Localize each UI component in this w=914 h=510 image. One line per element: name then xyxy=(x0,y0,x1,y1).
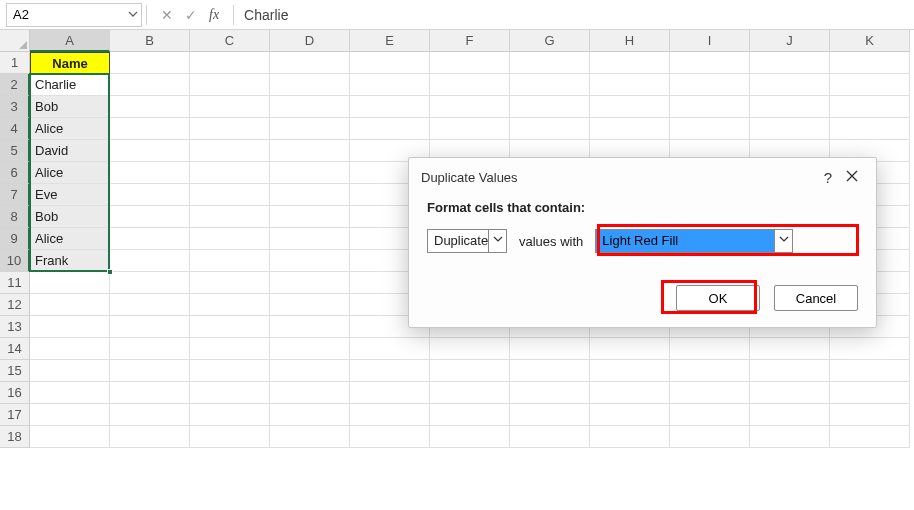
column-header[interactable]: D xyxy=(270,30,350,52)
cell[interactable] xyxy=(110,118,190,140)
cell[interactable] xyxy=(190,426,270,448)
cell[interactable] xyxy=(750,382,830,404)
cell[interactable] xyxy=(30,404,110,426)
cell[interactable] xyxy=(270,228,350,250)
cell[interactable] xyxy=(510,404,590,426)
formula-input[interactable] xyxy=(234,4,914,26)
row-header[interactable]: 4 xyxy=(0,118,30,140)
cell[interactable] xyxy=(110,360,190,382)
cell[interactable] xyxy=(750,118,830,140)
cell[interactable] xyxy=(190,404,270,426)
cell[interactable] xyxy=(670,52,750,74)
cell[interactable] xyxy=(670,382,750,404)
cell[interactable] xyxy=(510,360,590,382)
cell[interactable] xyxy=(670,96,750,118)
cell[interactable] xyxy=(350,338,430,360)
row-header[interactable]: 16 xyxy=(0,382,30,404)
cell[interactable] xyxy=(750,52,830,74)
column-header[interactable]: F xyxy=(430,30,510,52)
cell[interactable] xyxy=(270,404,350,426)
cell[interactable] xyxy=(190,162,270,184)
cell[interactable] xyxy=(590,74,670,96)
cell[interactable] xyxy=(510,338,590,360)
cell[interactable] xyxy=(190,360,270,382)
cell[interactable] xyxy=(750,360,830,382)
cell[interactable] xyxy=(190,118,270,140)
cell[interactable] xyxy=(190,338,270,360)
cell[interactable] xyxy=(190,272,270,294)
cell[interactable] xyxy=(270,316,350,338)
header-cell[interactable]: Name xyxy=(30,52,110,74)
cell[interactable] xyxy=(430,382,510,404)
cell[interactable] xyxy=(670,404,750,426)
row-header[interactable]: 2 xyxy=(0,74,30,96)
cell[interactable] xyxy=(590,426,670,448)
data-cell[interactable]: Bob xyxy=(30,96,110,118)
cell[interactable] xyxy=(110,96,190,118)
cell[interactable] xyxy=(270,294,350,316)
cell[interactable] xyxy=(350,74,430,96)
cell[interactable] xyxy=(830,360,910,382)
cell[interactable] xyxy=(750,338,830,360)
cell[interactable] xyxy=(270,52,350,74)
cell[interactable] xyxy=(430,96,510,118)
cell[interactable] xyxy=(190,184,270,206)
row-header[interactable]: 3 xyxy=(0,96,30,118)
close-icon[interactable] xyxy=(840,169,864,185)
column-header[interactable]: H xyxy=(590,30,670,52)
cell[interactable] xyxy=(430,74,510,96)
row-header[interactable]: 17 xyxy=(0,404,30,426)
column-header[interactable]: J xyxy=(750,30,830,52)
cell[interactable] xyxy=(350,118,430,140)
row-header[interactable]: 5 xyxy=(0,140,30,162)
row-header[interactable]: 1 xyxy=(0,52,30,74)
cell[interactable] xyxy=(590,404,670,426)
cell[interactable] xyxy=(110,250,190,272)
cell[interactable] xyxy=(190,228,270,250)
cell[interactable] xyxy=(830,426,910,448)
cell[interactable] xyxy=(430,404,510,426)
cell[interactable] xyxy=(670,338,750,360)
cell[interactable] xyxy=(110,272,190,294)
cell[interactable] xyxy=(190,140,270,162)
cell[interactable] xyxy=(590,96,670,118)
cell[interactable] xyxy=(270,184,350,206)
cell[interactable] xyxy=(190,316,270,338)
cell[interactable] xyxy=(30,426,110,448)
cell[interactable] xyxy=(30,360,110,382)
cell[interactable] xyxy=(190,96,270,118)
cell[interactable] xyxy=(110,162,190,184)
column-header[interactable]: B xyxy=(110,30,190,52)
cell[interactable] xyxy=(350,426,430,448)
cell[interactable] xyxy=(110,74,190,96)
row-header[interactable]: 10 xyxy=(0,250,30,272)
cell[interactable] xyxy=(270,382,350,404)
cell[interactable] xyxy=(270,96,350,118)
cell[interactable] xyxy=(270,360,350,382)
name-box-dropdown-icon[interactable] xyxy=(125,7,141,22)
cell[interactable] xyxy=(110,426,190,448)
data-cell[interactable]: Frank xyxy=(30,250,110,272)
cell[interactable] xyxy=(590,382,670,404)
cell[interactable] xyxy=(270,272,350,294)
cell[interactable] xyxy=(670,74,750,96)
cell[interactable] xyxy=(830,96,910,118)
cell[interactable] xyxy=(830,382,910,404)
cell[interactable] xyxy=(30,294,110,316)
column-header[interactable]: G xyxy=(510,30,590,52)
cell[interactable] xyxy=(750,426,830,448)
cell[interactable] xyxy=(270,206,350,228)
row-header[interactable]: 18 xyxy=(0,426,30,448)
cell[interactable] xyxy=(670,426,750,448)
chevron-down-icon[interactable] xyxy=(488,230,506,252)
cancel-button[interactable]: Cancel xyxy=(774,285,858,311)
dialog-titlebar[interactable]: Duplicate Values ? xyxy=(409,158,876,196)
cell[interactable] xyxy=(270,140,350,162)
fx-icon[interactable]: fx xyxy=(209,7,219,23)
cell[interactable] xyxy=(510,382,590,404)
cell[interactable] xyxy=(110,404,190,426)
cell[interactable] xyxy=(590,118,670,140)
cell[interactable] xyxy=(510,426,590,448)
cell[interactable] xyxy=(270,162,350,184)
cell[interactable] xyxy=(670,118,750,140)
